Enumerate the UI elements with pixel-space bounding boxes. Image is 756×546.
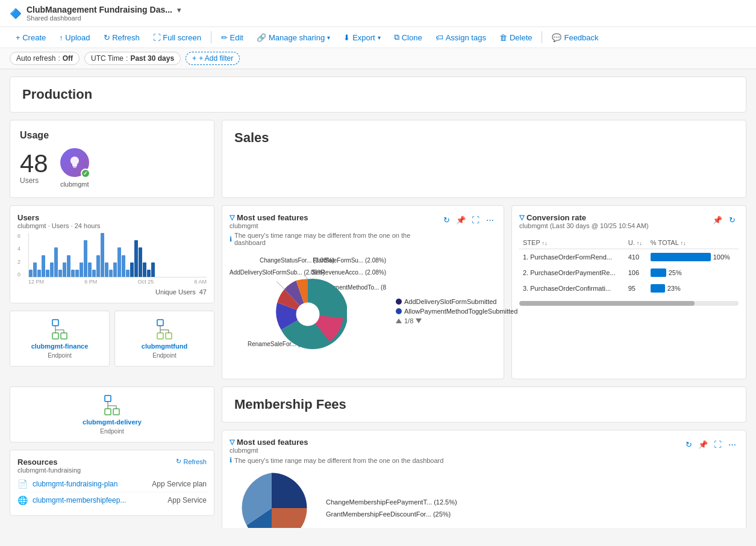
edit-button[interactable]: ✏ Edit [215,30,249,45]
refresh-button[interactable]: ↻ Refresh [98,30,146,45]
funnel-table-container: STEP ↑↓ U. ↑↓ % TOTAL ↑↓ 1. PurchaseOrde… [519,237,739,306]
header: 🔷 ClubManagement Fundraising Das... ▾ Sh… [0,0,756,69]
resource-plan-link[interactable]: clubmgmt-fundraising-plan [33,480,147,488]
next-page-icon[interactable] [416,318,422,323]
auto-refresh-pill[interactable]: Auto refresh : Off [10,52,80,65]
legend-item-2: AllowPaymentMethodToggleSubmitted [396,308,517,315]
col-step[interactable]: STEP ↑↓ [519,237,625,249]
membership-pin-btn[interactable]: 📌 [696,438,710,451]
conversion-rate-widget: ▽ Conversion rate clubmgmt (Last 30 days… [511,205,746,379]
usage-content: 48 Users ✓ [20,148,204,188]
membership-label-1: ChangeMembershipFeePaymentT... (12.5%) [326,498,457,506]
left-column: Users clubmgmt · Users · 24 hours 6 4 2 … [10,205,214,379]
funnel-row-2: 2. PurchaseOrderPaymentRe... 106 25% [519,265,739,281]
svg-rect-10 [157,333,163,339]
svg-rect-3 [52,333,58,339]
funnel-table: STEP ↑↓ U. ↑↓ % TOTAL ↑↓ 1. PurchaseOrde… [519,237,739,296]
membership-expand-btn[interactable]: ⛶ [711,438,724,451]
conversion-title: ▽ Conversion rate [519,213,649,222]
fullscreen-button[interactable]: ⛶ Full screen [147,30,207,45]
most-used-subtitle: clubmgmt [230,222,440,229]
usage-count-label: Users [20,176,48,185]
conversion-pin-btn[interactable]: 📌 [711,213,724,226]
funnel-scrollbar-thumb [519,301,695,306]
unique-users-value: 47 [199,288,207,296]
funnel-step-1: 1. PurchaseOrderFormRend... [519,249,625,265]
y-axis: 6 4 2 0 [17,233,27,278]
pin-widget-btn[interactable]: 📌 [454,213,467,226]
prev-page-icon[interactable] [396,318,402,323]
bar-item [33,262,37,277]
endpoint-fund[interactable]: clubmgmtfund Endpoint [114,311,214,367]
funnel-header-row: STEP ↑↓ U. ↑↓ % TOTAL ↑↓ [519,237,739,249]
funnel-pct-3: 23% [667,285,681,292]
fullscreen-label: ⛶ Full screen [153,33,201,42]
pagination-label: 1/8 [404,317,413,324]
usage-row: Usage 48 Users [10,120,746,198]
refresh-widget-btn[interactable]: ↻ [440,213,453,226]
feedback-label: Feedback [564,33,598,42]
membership-slice-1 [272,473,307,509]
upload-button[interactable]: ↑ Upload [53,30,96,45]
endpoint-finance[interactable]: clubmgmt-finance Endpoint [10,311,110,367]
funnel-bar-1 [651,253,711,261]
feedback-button[interactable]: 💬 Feedback [546,30,604,45]
manage-sharing-icon: 🔗 [257,33,266,42]
membership-more-btn[interactable]: ⋯ [725,438,739,451]
resource-plan-icon: 📄 [17,479,28,489]
add-filter-button[interactable]: + + Add filter [186,52,240,65]
col-percent[interactable]: % TOTAL ↑↓ [647,237,739,249]
conversion-filter-icon: ▽ [519,214,524,222]
delete-button[interactable]: 🗑 Delete [493,30,539,45]
time-range-pill[interactable]: UTC Time : Past 30 days [84,52,181,65]
col-users[interactable]: U. ↑↓ [625,237,647,249]
endpoint-delivery-type: Endpoint [100,428,123,435]
resources-refresh-icon: ↻ [176,458,181,465]
title-chevron[interactable]: ▾ [177,5,181,14]
endpoint-delivery[interactable]: clubmgmt-delivery Endpoint [10,386,214,442]
add-filter-label: + Add filter [199,54,233,63]
conversion-refresh-btn[interactable]: ↻ [725,213,739,226]
svg-rect-1 [73,167,76,168]
bar-item [54,247,58,277]
resources-header: Resources clubmgmt-fundraising ↻ Refresh [17,458,207,474]
svg-rect-18 [113,409,119,415]
membership-refresh-btn[interactable]: ↻ [682,438,695,451]
delete-icon: 🗑 [499,33,507,42]
create-button[interactable]: + Create [10,30,52,45]
chart-footer: Unique Users 47 [17,288,207,296]
svg-rect-2 [52,320,58,326]
conversion-subtitle: clubmgmt (Last 30 days @ 10/25 10:54 AM) [519,222,649,229]
endpoint-delivery-icon [100,394,124,416]
usage-widget: Usage 48 Users [10,120,214,198]
membership-features-info: ℹ The query's time range may be differen… [230,456,443,464]
membership-title: Membership Fees [234,397,734,412]
most-used-title: ▽ Most used features [230,213,440,222]
export-chevron: ▾ [378,34,381,41]
export-button[interactable]: ⬇ Export ▾ [337,30,387,45]
resource-app-link[interactable]: clubmgmt-membershipfeep... [33,496,163,504]
bar-item [147,270,151,277]
funnel-value-1: 410 [625,249,647,265]
svg-rect-4 [61,333,67,339]
endpoint-finance-icon [48,318,72,340]
unique-users-label: Unique Users [155,288,196,296]
resources-refresh-button[interactable]: ↻ Refresh [176,458,207,465]
export-icon: ⬇ [343,33,350,42]
usage-app: ✓ clubmgmt [60,148,89,188]
funnel-tbody: 1. PurchaseOrderFormRend... 410 100% 2. … [519,249,739,297]
manage-sharing-button[interactable]: 🔗 Manage sharing ▾ [251,30,336,45]
funnel-value-3: 95 [625,281,647,296]
clone-button[interactable]: ⧉ Clone [388,29,428,45]
app-icon-wrapper: ✓ [60,148,89,177]
membership-pie-container: ChangeMembershipFeePaymentT... (12.5%) G… [230,469,739,528]
membership-label-2: GrantMembershipFeeDiscountFor... (25%) [326,510,457,518]
expand-widget-btn[interactable]: ⛶ [469,213,482,226]
auto-refresh-value: Off [63,54,73,63]
widget-header-left: ▽ Most used features clubmgmt ℹ The quer… [230,213,440,246]
funnel-scrollbar[interactable] [519,301,739,306]
app-status-badge: ✓ [81,169,90,178]
assign-tags-button[interactable]: 🏷 Assign tags [430,30,492,45]
assign-tags-icon: 🏷 [436,33,443,42]
more-widget-btn[interactable]: ⋯ [483,213,496,226]
